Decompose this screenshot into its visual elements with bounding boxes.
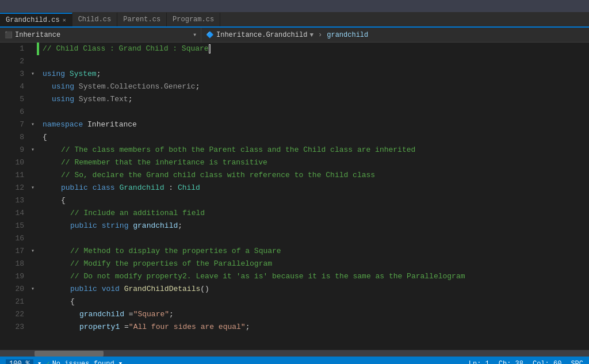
code-text-15c: grandchild (133, 220, 178, 232)
breadcrumb-class-label: Inheritance.Grandchild (216, 31, 307, 39)
tab-child[interactable]: Child.cs (72, 13, 118, 26)
code-text-7a: namespace (43, 118, 83, 131)
code-line-22: grandchild = "Square" ; (43, 308, 589, 321)
tab-grandchild[interactable]: Grandchild.cs ✕ (0, 13, 72, 26)
line-num-1: 1 (0, 43, 29, 55)
code-line-1: // Child Class : Grand Child : Square (43, 43, 589, 55)
code-text-21: { (70, 296, 75, 308)
breadcrumb-project-label: Inheritance (15, 31, 60, 39)
collapse-11 (29, 169, 37, 182)
code-text-4b: System.Collections.Generic (79, 81, 196, 93)
status-bar: 100 % ▼ ✓ No issues found ▼ Ln: 1 Ch: 38… (0, 357, 589, 364)
code-line-16 (43, 232, 589, 245)
code-text-20c: GrandChildDetails (124, 283, 201, 296)
breadcrumb-left[interactable]: ⬛ Inheritance ▼ (0, 28, 201, 42)
line-num-4: 4 (0, 81, 29, 93)
line-num-17: 17 (0, 245, 29, 258)
breadcrumb-right[interactable]: 🔷 Inheritance.Grandchild ▼ › grandchild (201, 28, 589, 42)
tab-grandchild-close[interactable]: ✕ (63, 17, 66, 24)
code-text-3d: ; (97, 68, 101, 81)
code-text-4a: using (52, 81, 74, 93)
collapse-13 (29, 194, 37, 207)
code-text-1: // Child Class : Grand Child : Square (43, 43, 209, 55)
collapse-12[interactable]: ▾ (29, 182, 37, 194)
collapse-1 (29, 43, 37, 55)
code-text-12d: Child (178, 182, 200, 194)
status-ln: Ln: 1 (469, 360, 489, 365)
tab-program[interactable]: Program.cs (167, 13, 220, 26)
code-line-10: // Remember that the inheritance is tran… (43, 156, 589, 169)
line-num-23: 23 (0, 321, 29, 334)
breadcrumb-bar: ⬛ Inheritance ▼ 🔷 Inheritance.Grandchild… (0, 28, 589, 43)
code-line-15: public string grandchild ; (43, 220, 589, 232)
collapse-6 (29, 106, 37, 118)
line-num-19: 19 (0, 270, 29, 283)
code-line-2 (43, 55, 589, 68)
tab-parent[interactable]: Parent.cs (117, 13, 167, 26)
status-ch: Ch: 38 (499, 360, 523, 365)
line-num-11: 11 (0, 169, 29, 182)
code-text-5b: System.Text (79, 93, 128, 106)
breadcrumb-left-dropdown-icon[interactable]: ▼ (193, 32, 196, 37)
code-text-12c: Grandchild (119, 182, 164, 194)
title-bar (0, 0, 589, 13)
code-text-5a: using (52, 93, 74, 106)
line-num-6: 6 (0, 106, 29, 118)
code-text-19: // Do not modify property2. Leave it 'as… (70, 270, 465, 283)
line-num-5: 5 (0, 93, 29, 106)
collapse-9[interactable]: ▾ (29, 144, 37, 156)
collapse-20[interactable]: ▾ (29, 283, 37, 296)
line-num-14: 14 (0, 207, 29, 220)
line-num-22: 22 (0, 308, 29, 321)
collapse-8 (29, 131, 37, 144)
code-text-3b (65, 68, 70, 81)
collapse-2 (29, 55, 37, 68)
code-text-23a: property1 (79, 321, 120, 334)
code-text-3c: System (70, 68, 97, 81)
status-right: Ln: 1 Ch: 38 Col: 60 SPC (469, 360, 583, 365)
dropdown-icon[interactable]: ▼ (38, 361, 41, 365)
horizontal-scrollbar[interactable] (0, 350, 589, 357)
hscroll-thumb[interactable] (35, 351, 104, 357)
status-left: 100 % ▼ ✓ No issues found ▼ (6, 359, 122, 365)
warning-dropdown-icon[interactable]: ▼ (119, 361, 122, 365)
line-num-21: 21 (0, 296, 29, 308)
tab-program-label: Program.cs (173, 16, 214, 24)
cursor (209, 45, 210, 53)
code-text-20b: void (102, 283, 120, 296)
code-line-21: { (43, 296, 589, 308)
check-icon: ✓ (45, 359, 49, 364)
collapse-7[interactable]: ▾ (29, 118, 37, 131)
line-num-2: 2 (0, 55, 29, 68)
code-line-11: // So, declare the Grand child class wit… (43, 169, 589, 182)
tab-child-label: Child.cs (78, 16, 112, 24)
collapse-15 (29, 220, 37, 232)
collapse-18 (29, 258, 37, 270)
line-num-15: 15 (0, 220, 29, 232)
code-text-18: // Modify the properties of the Parallel… (70, 258, 272, 270)
line-num-7: 7 (0, 118, 29, 131)
line-num-12: 12 (0, 182, 29, 194)
code-text-22a: grandchild (79, 308, 124, 321)
status-col: Col: 60 (533, 360, 561, 365)
tab-grandchild-label: Grandchild.cs (6, 16, 60, 24)
code-text-7b: Inheritance (87, 118, 137, 131)
collapse-5 (29, 93, 37, 106)
line-num-9: 9 (0, 144, 29, 156)
zoom-level[interactable]: 100 % (6, 359, 33, 365)
code-text-12a: public (61, 182, 88, 194)
tab-parent-label: Parent.cs (123, 16, 160, 24)
collapse-21 (29, 296, 37, 308)
code-text-15a: public (70, 220, 97, 232)
collapse-3[interactable]: ▾ (29, 68, 37, 81)
line-num-16: 16 (0, 232, 29, 245)
code-line-3: using System ; (43, 68, 589, 81)
code-text-3a: using (43, 68, 65, 81)
collapse-17[interactable]: ▾ (29, 245, 37, 258)
line-num-8: 8 (0, 131, 29, 144)
line-numbers: 1 2 3 4 5 6 7 8 9 10 11 12 13 14 15 16 1… (0, 43, 29, 350)
code-text-15b: string (102, 220, 129, 232)
breadcrumb-right-dropdown-icon[interactable]: ▼ (309, 32, 313, 39)
code-content[interactable]: // Child Class : Grand Child : Square us… (39, 43, 589, 350)
code-text-14: // Include an additional field (70, 207, 205, 220)
